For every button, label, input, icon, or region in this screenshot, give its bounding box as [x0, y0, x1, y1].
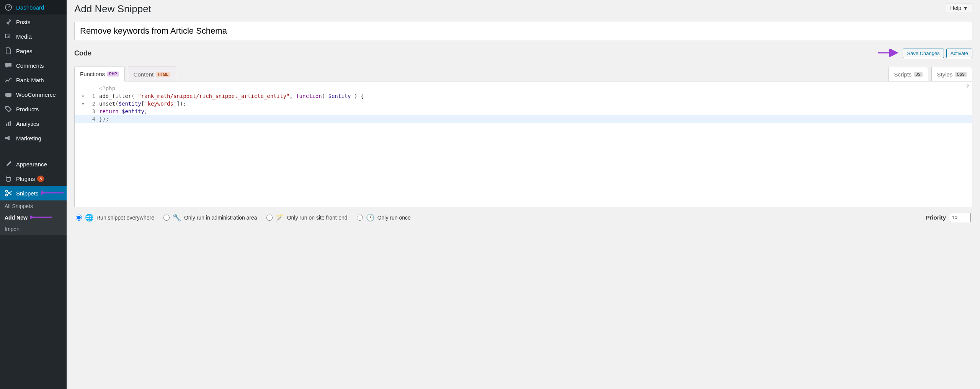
run-admin-option[interactable]: 🔧 Only run in administration area — [163, 213, 257, 222]
sidebar-item-rankmath[interactable]: Rank Math — [0, 73, 67, 87]
sidebar-item-label: Analytics — [16, 120, 39, 127]
brush-icon — [4, 160, 13, 168]
svg-rect-6 — [10, 121, 11, 126]
svg-point-3 — [7, 107, 7, 108]
fold-marker[interactable]: ▾ — [75, 100, 86, 107]
annotation-arrow-icon — [41, 189, 64, 197]
sidebar-item-label: WooCommerce — [16, 91, 56, 98]
sidebar-item-label: Products — [16, 106, 39, 112]
sidebar-submenu: All Snippets Add New Import — [0, 200, 67, 235]
sidebar-item-dashboard[interactable]: Dashboard — [0, 0, 67, 15]
svg-rect-2 — [5, 93, 11, 97]
dashboard-icon — [4, 3, 13, 11]
plugins-badge: 5 — [37, 176, 44, 182]
submenu-import[interactable]: Import — [0, 223, 67, 235]
tab-content[interactable]: Content HTML — [128, 67, 176, 81]
code-preamble: <?php — [98, 85, 972, 92]
code-editor[interactable]: ? <?php ▾ 1 add_filter( "rank_math/snipp… — [74, 81, 972, 207]
save-changes-button[interactable]: Save Changes — [903, 49, 944, 58]
woocommerce-icon — [4, 90, 13, 99]
clock-icon: 🕐 — [366, 213, 374, 222]
main-content: Add New Snippet Help ▼ Code Save Changes… — [67, 0, 980, 235]
analytics-icon — [4, 119, 13, 128]
sidebar-item-label: Dashboard — [16, 4, 44, 11]
line-number: 2 — [86, 100, 98, 107]
sidebar-item-comments[interactable]: Comments — [0, 58, 67, 73]
run-frontend-option[interactable]: 🪄 Only run on site front-end — [266, 213, 348, 222]
wand-icon: 🪄 — [276, 213, 284, 222]
pin-icon — [4, 18, 13, 26]
php-tag: PHP — [107, 72, 119, 76]
svg-rect-4 — [6, 124, 7, 126]
sidebar-item-plugins[interactable]: Plugins 5 — [0, 171, 67, 186]
chevron-down-icon: ▼ — [963, 5, 968, 11]
sidebar-item-pages[interactable]: Pages — [0, 44, 67, 58]
code-section-label: Code — [74, 49, 91, 57]
activate-button[interactable]: Activate — [946, 49, 972, 58]
sidebar-item-media[interactable]: Media — [0, 29, 67, 44]
sidebar-item-label: Rank Math — [16, 77, 44, 83]
tab-functions[interactable]: Functions PHP — [74, 67, 125, 81]
code-line: unset($entity['keywords']); — [98, 100, 972, 107]
line-number: 4 — [86, 115, 98, 123]
tab-scripts[interactable]: Scripts JS — [889, 67, 928, 81]
sidebar-item-label: Appearance — [16, 161, 47, 168]
js-tag: JS — [914, 72, 922, 77]
sidebar-item-label: Pages — [16, 48, 33, 54]
sidebar-item-label: Comments — [16, 62, 44, 69]
run-once-radio[interactable] — [357, 215, 363, 221]
code-line: add_filter( "rank_math/snippet/rich_snip… — [98, 92, 972, 100]
sidebar-item-label: Posts — [16, 19, 31, 25]
priority-input[interactable] — [950, 213, 971, 222]
annotation-arrow-icon — [30, 213, 53, 221]
comment-icon — [4, 61, 13, 70]
run-everywhere-radio[interactable] — [76, 215, 82, 221]
sidebar-item-snippets[interactable]: Snippets — [0, 186, 67, 200]
scissors-icon — [4, 189, 13, 197]
wrench-icon: 🔧 — [173, 213, 181, 222]
help-button[interactable]: Help ▼ — [946, 3, 972, 13]
code-line: }); — [98, 115, 972, 123]
editor-help-icon[interactable]: ? — [966, 84, 969, 89]
run-options: 🌐 Run snippet everywhere 🔧 Only run in a… — [74, 207, 972, 228]
run-frontend-radio[interactable] — [266, 215, 273, 221]
run-everywhere-option[interactable]: 🌐 Run snippet everywhere — [76, 213, 154, 222]
svg-rect-5 — [8, 122, 9, 126]
page-title: Add New Snippet — [74, 3, 151, 15]
fold-marker[interactable]: ▾ — [75, 92, 86, 100]
sidebar-item-posts[interactable]: Posts — [0, 15, 67, 29]
line-number: 1 — [86, 92, 98, 100]
sidebar-item-label: Plugins — [16, 176, 35, 182]
sidebar-item-woocommerce[interactable]: WooCommerce — [0, 87, 67, 102]
priority-label: Priority — [926, 214, 946, 221]
sidebar-item-label: Marketing — [16, 135, 41, 142]
megaphone-icon — [4, 134, 13, 142]
rankmath-icon — [4, 76, 13, 84]
sidebar-item-label: Media — [16, 33, 32, 40]
annotation-arrow-icon — [877, 49, 900, 58]
submenu-all-snippets[interactable]: All Snippets — [0, 200, 67, 212]
sidebar-item-marketing[interactable]: Marketing — [0, 131, 67, 145]
run-admin-radio[interactable] — [163, 215, 170, 221]
sidebar-item-products[interactable]: Products — [0, 102, 67, 116]
products-icon — [4, 105, 13, 113]
run-once-option[interactable]: 🕐 Only run once — [357, 213, 411, 222]
snippet-title-input[interactable] — [74, 22, 972, 40]
plugin-icon — [4, 174, 13, 183]
globe-icon: 🌐 — [85, 213, 93, 222]
sidebar-item-label: Snippets — [16, 190, 38, 197]
admin-sidebar: Dashboard Posts Media Pages Comments Ran… — [0, 0, 67, 235]
sidebar-item-appearance[interactable]: Appearance — [0, 157, 67, 171]
submenu-add-new[interactable]: Add New — [0, 212, 67, 223]
sidebar-item-analytics[interactable]: Analytics — [0, 116, 67, 131]
media-icon — [4, 32, 13, 41]
tab-styles[interactable]: Styles CSS — [931, 67, 972, 81]
code-line: return $entity; — [98, 107, 972, 115]
page-icon — [4, 47, 13, 55]
css-tag: CSS — [955, 72, 967, 77]
html-tag: HTML — [156, 72, 170, 77]
line-number: 3 — [86, 107, 98, 115]
